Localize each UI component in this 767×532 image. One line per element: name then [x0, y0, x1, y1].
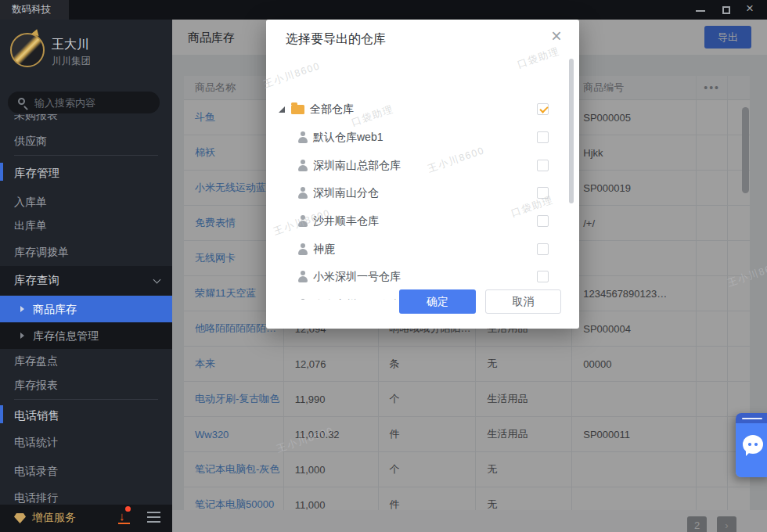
sidebar-item-transfer[interactable]: 库存调拨单: [14, 246, 69, 261]
download-icon[interactable]: ↓: [117, 509, 131, 525]
app-window: 数码科技 × 王大川 川川集团 采购报表 供应商 库存管理 入库单 出库单 库存…: [0, 0, 767, 532]
sidebar-item-supplier[interactable]: 供应商: [14, 135, 47, 150]
divider: [14, 155, 158, 156]
tree-item-warehouse[interactable]: 默认仓库web1: [266, 128, 579, 147]
notification-dot: [125, 506, 131, 512]
user-org: 川川集团: [52, 55, 91, 68]
sidebar-item-outbound[interactable]: 出库单: [14, 219, 47, 235]
tree-item-warehouse[interactable]: 小米深圳一号仓库: [266, 268, 579, 286]
checkbox-all-warehouses[interactable]: [537, 103, 549, 115]
sidebar-bottom-bar: 增值服务 ↓: [0, 505, 172, 532]
arrow-right-icon: [20, 332, 24, 339]
close-window-button[interactable]: ×: [741, 0, 765, 20]
person-icon: [297, 271, 308, 283]
checkbox-warehouse[interactable]: [537, 215, 549, 227]
sidebar-item-inventory-report[interactable]: 库存报表: [14, 379, 58, 394]
section-indicator: [0, 163, 3, 181]
person-icon: [297, 299, 308, 300]
sidebar-item-inventory-mgmt[interactable]: 库存管理: [14, 166, 59, 182]
person-icon: [297, 243, 308, 256]
maximize-button[interactable]: [715, 0, 738, 20]
checkbox-warehouse[interactable]: [537, 271, 549, 282]
titlebar: 数码科技 ×: [0, 0, 767, 20]
modal-close-button[interactable]: ×: [546, 26, 567, 46]
sidebar-item-tel-sales[interactable]: 电话销售: [14, 408, 59, 424]
export-warehouse-modal: 选择要导出的仓库 × 全部仓库 默认仓库web1 深圳南山总部仓库 深圳南: [266, 20, 579, 329]
sidebar-item-inbound[interactable]: 入库单: [14, 196, 47, 211]
menu-icon[interactable]: [147, 512, 160, 523]
person-icon: [297, 160, 308, 172]
sidebar-search[interactable]: [8, 92, 160, 113]
checkbox-warehouse[interactable]: [537, 187, 549, 199]
sidebar-item-product-stock[interactable]: 商品库存: [0, 296, 172, 322]
maximize-icon: [722, 6, 730, 14]
chat-widget[interactable]: [736, 413, 767, 477]
user-name: 王大川: [52, 37, 89, 53]
section-indicator: [0, 405, 3, 423]
sidebar-item-tel-stats[interactable]: 电话统计: [14, 436, 58, 451]
person-icon: [297, 215, 308, 228]
checkbox-warehouse[interactable]: [537, 160, 549, 171]
arrow-right-icon: [20, 306, 24, 312]
tree-item-warehouse[interactable]: 深圳南山分仓: [266, 184, 579, 203]
sidebar-group-inventory-query[interactable]: 库存查询: [0, 266, 172, 295]
sidebar: 王大川 川川集团 采购报表 供应商 库存管理 入库单 出库单 库存调拨单 库存查…: [0, 20, 172, 532]
divider: [14, 399, 158, 400]
chevron-down-icon: [153, 276, 161, 284]
chat-bubble-icon: [743, 435, 763, 454]
search-input[interactable]: [34, 92, 152, 113]
search-icon: [18, 98, 25, 105]
sidebar-item-tel-record[interactable]: 电话录音: [14, 465, 58, 480]
app-title-tab: 数码科技: [0, 0, 69, 20]
modal-title: 选择要导出的仓库: [286, 31, 386, 48]
gem-icon: [14, 513, 26, 523]
checkbox-warehouse[interactable]: [537, 243, 549, 255]
sidebar-item-stocktake[interactable]: 库存盘点: [14, 354, 58, 370]
confirm-button[interactable]: 确定: [399, 289, 476, 314]
warehouse-tree: 全部仓库 默认仓库web1 深圳南山总部仓库 深圳南山分仓 沙井顺丰仓库: [266, 57, 579, 300]
cancel-button[interactable]: 取消: [485, 289, 561, 314]
tree-item-warehouse[interactable]: 沙井顺丰仓库: [266, 212, 579, 231]
minimize-icon: [696, 10, 705, 12]
checkbox-warehouse[interactable]: [537, 131, 549, 143]
person-icon: [297, 187, 308, 200]
sidebar-item-purchase-report[interactable]: 采购报表: [14, 114, 58, 128]
minimize-button[interactable]: [689, 0, 712, 20]
modal-scrollbar[interactable]: [569, 59, 574, 203]
person-icon: [297, 131, 308, 144]
chat-widget-handle[interactable]: [736, 413, 767, 423]
sidebar-item-stock-info[interactable]: 库存信息管理: [0, 322, 172, 349]
tree-expander-icon[interactable]: [279, 106, 285, 113]
close-icon: ×: [746, 1, 754, 16]
tree-item-warehouse[interactable]: 深圳南山总部仓库: [266, 156, 579, 175]
tree-item-all-warehouses[interactable]: 全部仓库: [266, 100, 579, 119]
avatar[interactable]: [10, 33, 45, 67]
folder-icon: [291, 105, 304, 114]
tree-item-warehouse[interactable]: 神鹿: [266, 240, 579, 259]
value-added-services[interactable]: 增值服务: [32, 511, 76, 525]
